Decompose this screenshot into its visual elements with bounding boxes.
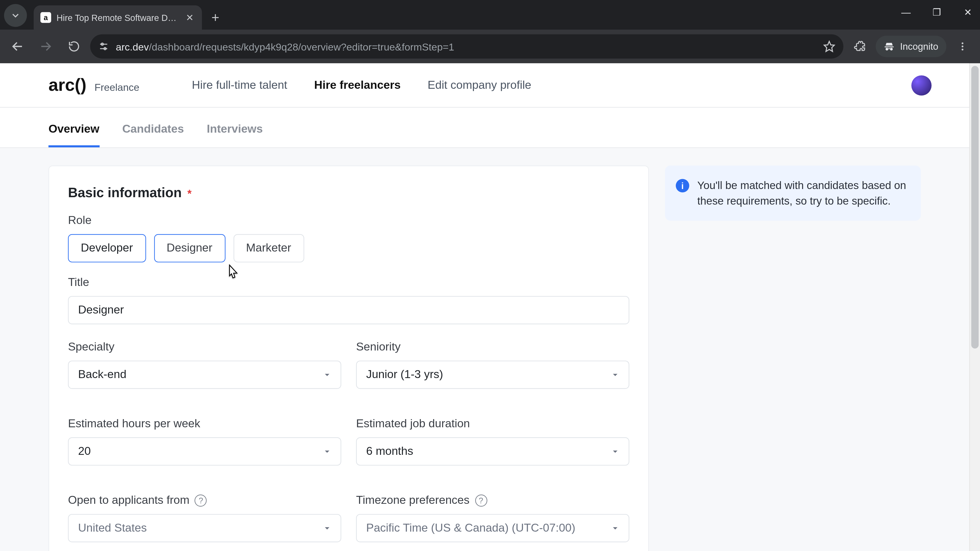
role-options: Developer Designer Marketer — [68, 234, 629, 262]
specialty-label: Specialty — [68, 341, 341, 354]
favicon-icon: a — [40, 12, 51, 23]
caret-down-icon — [322, 369, 332, 380]
seniority-select[interactable]: Junior (1-3 yrs) — [356, 361, 629, 389]
timezone-select[interactable]: Pacific Time (US & Canada) (UTC-07:00) — [356, 514, 629, 542]
svg-point-9 — [962, 49, 963, 51]
tab-title: Hire Top Remote Software Deve — [57, 13, 179, 23]
title-input[interactable] — [68, 296, 629, 324]
page-viewport: arc() Freelance Hire full-time talent Hi… — [0, 63, 980, 551]
tab-candidates[interactable]: Candidates — [122, 122, 184, 148]
help-icon[interactable]: ? — [195, 494, 207, 507]
required-mark: * — [187, 188, 191, 199]
logo-text: arc() — [48, 75, 86, 96]
caret-down-icon — [610, 369, 620, 380]
duration-label: Estimated job duration — [356, 417, 629, 430]
window-close-button[interactable]: ✕ — [960, 6, 976, 17]
title-label: Title — [68, 276, 629, 289]
tab-strip: a Hire Top Remote Software Deve ✕ + ― ❐ … — [0, 0, 980, 30]
arrow-left-icon — [11, 40, 24, 53]
nav-hire-freelancers[interactable]: Hire freelancers — [314, 78, 401, 92]
incognito-label: Incognito — [900, 41, 939, 52]
hours-label: Estimated hours per week — [68, 417, 341, 430]
svg-point-7 — [962, 42, 963, 44]
specialty-value: Back-end — [78, 368, 126, 382]
tab-search-button[interactable] — [4, 4, 27, 27]
site-header: arc() Freelance Hire full-time talent Hi… — [0, 63, 980, 108]
role-developer-chip[interactable]: Developer — [68, 234, 146, 262]
svg-point-8 — [962, 45, 963, 47]
scrollbar-thumb[interactable] — [971, 66, 979, 348]
hours-select[interactable]: 20 — [68, 437, 341, 465]
section-heading-row: Basic information * — [68, 185, 629, 200]
forward-button[interactable] — [34, 35, 58, 59]
logo-subtext: Freelance — [94, 81, 139, 93]
browser-menu-button[interactable] — [950, 35, 975, 59]
window-controls: ― ❐ ✕ — [898, 6, 976, 17]
nav-hire-full-time[interactable]: Hire full-time talent — [192, 78, 287, 92]
url-path: /dashboard/requests/kdyp4k9q28/overview?… — [149, 41, 454, 52]
bookmark-button[interactable] — [823, 40, 835, 52]
caret-down-icon — [610, 523, 620, 534]
reload-button[interactable] — [62, 35, 86, 59]
browser-chrome: a Hire Top Remote Software Deve ✕ + ― ❐ … — [0, 0, 980, 63]
extensions-button[interactable] — [848, 35, 872, 59]
info-icon: i — [676, 179, 689, 192]
role-label: Role — [68, 214, 629, 227]
applicants-select[interactable]: United States — [68, 514, 341, 542]
applicants-label-text: Open to applicants from — [68, 494, 189, 507]
site-settings-icon[interactable] — [98, 41, 109, 52]
content-grid: Basic information * Role Developer Desig… — [0, 148, 969, 551]
caret-down-icon — [610, 446, 620, 457]
caret-down-icon — [322, 446, 332, 457]
vertical-scrollbar[interactable] — [969, 63, 980, 551]
tab-close-button[interactable]: ✕ — [185, 12, 195, 23]
caret-down-icon — [322, 523, 332, 534]
chevron-down-icon — [10, 10, 21, 21]
nav-edit-company[interactable]: Edit company profile — [428, 78, 531, 92]
back-button[interactable] — [5, 35, 30, 59]
timezone-value: Pacific Time (US & Canada) (UTC-07:00) — [366, 521, 576, 535]
avatar[interactable] — [912, 75, 932, 95]
browser-toolbar: arc.dev/dashboard/requests/kdyp4k9q28/ov… — [0, 30, 980, 63]
page-body: Overview Candidates Interviews Basic inf… — [0, 108, 969, 551]
seniority-value: Junior (1-3 yrs) — [366, 368, 443, 382]
specialty-select[interactable]: Back-end — [68, 361, 341, 389]
url-host: arc.dev — [116, 41, 149, 52]
kebab-icon — [957, 41, 968, 52]
info-callout: i You'll be matched with candidates base… — [665, 165, 921, 221]
role-marketer-chip[interactable]: Marketer — [233, 234, 304, 262]
hours-value: 20 — [78, 445, 91, 458]
star-icon — [823, 40, 835, 52]
request-tabs: Overview Candidates Interviews — [0, 108, 969, 148]
brand[interactable]: arc() Freelance — [48, 75, 139, 96]
section-title: Basic information — [68, 185, 182, 200]
reload-icon — [68, 40, 80, 52]
tab-overview[interactable]: Overview — [48, 122, 99, 148]
role-designer-chip[interactable]: Designer — [154, 234, 225, 262]
tab-interviews[interactable]: Interviews — [207, 122, 262, 148]
puzzle-icon — [854, 40, 865, 52]
window-maximize-button[interactable]: ❐ — [929, 6, 945, 17]
new-tab-button[interactable]: + — [206, 8, 225, 27]
incognito-indicator[interactable]: Incognito — [876, 36, 946, 57]
basic-info-card: Basic information * Role Developer Desig… — [48, 165, 649, 551]
browser-tab-active[interactable]: a Hire Top Remote Software Deve ✕ — [34, 5, 202, 30]
tune-icon — [98, 41, 109, 52]
applicants-label: Open to applicants from ? — [68, 494, 341, 507]
timezone-label: Timezone preferences ? — [356, 494, 629, 507]
address-bar[interactable]: arc.dev/dashboard/requests/kdyp4k9q28/ov… — [90, 35, 843, 59]
applicants-value: United States — [78, 521, 147, 535]
window-minimize-button[interactable]: ― — [898, 6, 914, 17]
primary-nav: Hire full-time talent Hire freelancers E… — [192, 78, 531, 92]
duration-value: 6 months — [366, 445, 413, 458]
duration-select[interactable]: 6 months — [356, 437, 629, 465]
arrow-right-icon — [39, 40, 52, 53]
incognito-icon — [884, 41, 894, 52]
help-icon[interactable]: ? — [475, 494, 487, 507]
seniority-label: Seniority — [356, 341, 629, 354]
url-text: arc.dev/dashboard/requests/kdyp4k9q28/ov… — [116, 41, 817, 52]
info-text: You'll be matched with candidates based … — [697, 178, 908, 209]
svg-marker-6 — [824, 41, 835, 52]
timezone-label-text: Timezone preferences — [356, 494, 469, 507]
